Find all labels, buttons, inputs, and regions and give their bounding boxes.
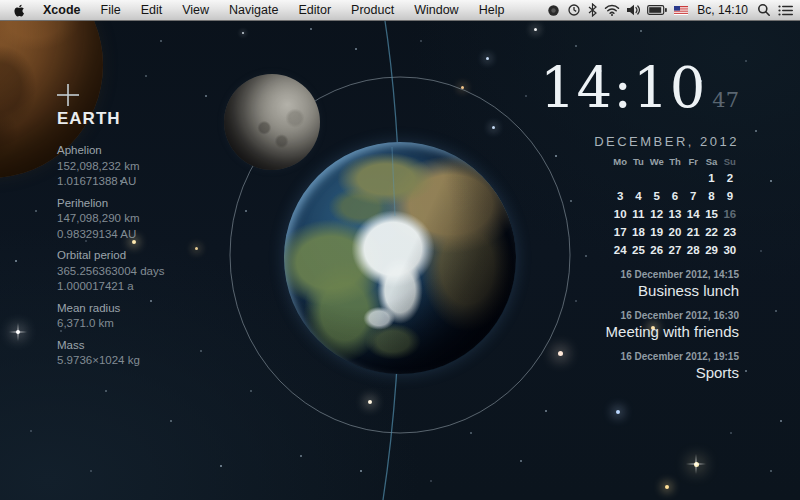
menu-item-edit[interactable]: Edit [131, 0, 173, 20]
apple-menu[interactable] [0, 3, 33, 17]
spotlight-icon[interactable] [757, 3, 771, 17]
wifi-icon[interactable] [604, 4, 620, 16]
menu-item-editor[interactable]: Editor [288, 0, 341, 20]
menu-item-app[interactable]: Xcode [33, 0, 91, 20]
battery-icon[interactable] [647, 5, 667, 15]
status-extra-icon[interactable] [547, 4, 560, 17]
menu-item-help[interactable]: Help [469, 0, 515, 20]
notification-center-icon[interactable] [778, 5, 793, 16]
desktop: EARTH Aphelion152,098,232 km1.01671388 A… [0, 0, 800, 500]
volume-icon[interactable] [627, 4, 640, 16]
orbit-line-overlay [0, 0, 800, 500]
menu-item-navigate[interactable]: Navigate [219, 0, 288, 20]
menu-item-window[interactable]: Window [404, 0, 468, 20]
menu-items: Xcode FileEditViewNavigateEditorProductW… [33, 0, 514, 20]
bluetooth-icon[interactable] [588, 3, 597, 17]
menu-item-file[interactable]: File [91, 0, 131, 20]
menubar-clock[interactable]: Вс, 14:10 [695, 3, 750, 17]
menu-bar: Xcode FileEditViewNavigateEditorProductW… [0, 0, 800, 21]
status-area: Вс, 14:10 [547, 3, 800, 17]
menu-item-view[interactable]: View [172, 0, 219, 20]
input-language-flag-icon[interactable] [674, 6, 688, 15]
apple-logo-icon [13, 3, 25, 17]
time-machine-icon[interactable] [567, 3, 581, 17]
menu-item-product[interactable]: Product [341, 0, 404, 20]
